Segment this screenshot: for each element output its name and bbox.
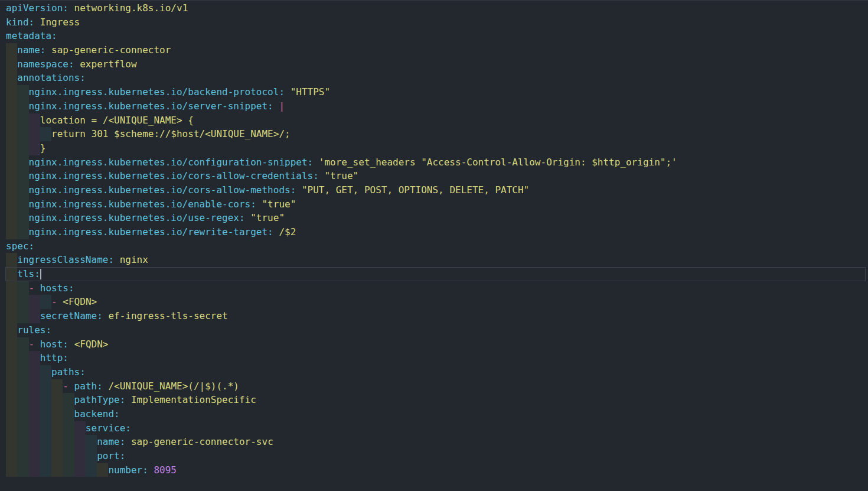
indent-guide — [6, 351, 17, 365]
code-token: service: — [86, 422, 131, 434]
indent-guide — [17, 183, 28, 197]
indent-guide — [6, 141, 17, 155]
code-token: nginx.ingress.kubernetes.io/backend-prot… — [29, 86, 285, 97]
code-line-18[interactable]: ⌄spec: — [0, 239, 868, 253]
code-line-3[interactable]: ⌄metadata: — [0, 29, 868, 43]
code-line-34[interactable]: number: 8095 — [0, 463, 868, 477]
code-token — [68, 339, 74, 350]
fold-chevron-icon[interactable]: ⌄ — [0, 267, 4, 281]
code-line-6[interactable]: ⌄ annotations: — [0, 71, 868, 85]
fold-chevron-icon[interactable]: ⌄ — [0, 99, 4, 113]
code-line-17[interactable]: nginx.ingress.kubernetes.io/rewrite-targ… — [0, 225, 868, 239]
code-token: | — [279, 100, 285, 112]
fold-chevron-icon[interactable]: ⌄ — [0, 365, 4, 379]
code-token — [285, 86, 291, 97]
code-line-25[interactable]: ⌄ - host: <FQDN> — [0, 337, 868, 352]
fold-chevron-icon[interactable]: ⌄ — [0, 337, 4, 352]
fold-chevron-icon[interactable]: ⌄ — [0, 323, 4, 337]
code-line-4[interactable]: name: sap-generic-connector — [0, 43, 868, 57]
code-line-7[interactable]: nginx.ingress.kubernetes.io/backend-prot… — [0, 85, 868, 99]
code-token: "true" — [262, 199, 296, 210]
indent-guide — [51, 421, 63, 435]
code-token — [103, 381, 109, 392]
code-token: ImplementationSpecific — [131, 394, 256, 405]
indent-guide — [17, 309, 28, 323]
code-line-9[interactable]: ⌄ location = /<UNIQUE_NAME> { — [0, 113, 868, 128]
code-line-22[interactable]: - <FQDN> — [0, 295, 868, 309]
indent-guide — [17, 225, 28, 239]
code-token — [313, 157, 319, 168]
code-line-8[interactable]: ⌄ nginx.ingress.kubernetes.io/server-sni… — [0, 99, 868, 113]
code-line-27[interactable]: ⌄ paths: — [0, 365, 868, 379]
indent-guide — [17, 435, 28, 449]
code-line-29[interactable]: pathType: ImplementationSpecific — [0, 393, 868, 407]
code-token: paths: — [51, 366, 86, 378]
fold-chevron-icon[interactable]: ⌄ — [0, 239, 4, 253]
fold-chevron-icon[interactable]: ⌄ — [0, 407, 4, 421]
code-token — [125, 436, 131, 447]
indent-guides — [6, 225, 29, 239]
indent-guide — [6, 309, 17, 323]
code-line-19[interactable]: ingressClassName: nginx — [0, 253, 868, 267]
code-token: sap-generic-connector — [51, 44, 171, 56]
code-line-26[interactable]: ⌄ http: — [0, 351, 868, 365]
code-line-32[interactable]: name: sap-generic-connector-svc — [0, 435, 868, 449]
fold-chevron-icon[interactable]: ⌄ — [0, 113, 4, 128]
fold-chevron-icon[interactable]: ⌄ — [0, 351, 4, 365]
fold-chevron-icon[interactable]: ⌄ — [0, 71, 4, 85]
indent-guide — [17, 281, 28, 295]
fold-chevron-icon[interactable]: ⌄ — [0, 421, 4, 435]
code-line-33[interactable]: ⌄ port: — [0, 449, 868, 463]
indent-guides — [6, 85, 29, 99]
code-line-21[interactable]: ⌄ - hosts: — [0, 281, 868, 295]
indent-guides — [6, 211, 29, 225]
code-token: hosts: — [40, 282, 74, 294]
code-line-23[interactable]: secretName: ef-ingress-tls-secret — [0, 309, 868, 323]
indent-guides — [6, 253, 17, 267]
code-line-15[interactable]: nginx.ingress.kubernetes.io/enable-cors:… — [0, 197, 868, 212]
fold-chevron-icon[interactable]: ⌄ — [0, 29, 4, 43]
code-token: <FQDN> — [63, 296, 97, 307]
code-token: - — [63, 381, 68, 392]
code-token — [34, 282, 40, 294]
indent-guide — [40, 407, 51, 421]
code-token: annotations: — [17, 72, 86, 83]
indent-guide — [6, 407, 17, 421]
code-token — [296, 184, 302, 196]
yaml-code-editor[interactable]: apiVersion: networking.k8s.io/v1kind: In… — [0, 1, 868, 491]
code-line-2[interactable]: kind: Ingress — [0, 15, 868, 30]
code-line-13[interactable]: nginx.ingress.kubernetes.io/cors-allow-c… — [0, 169, 868, 183]
code-line-31[interactable]: ⌄ service: — [0, 421, 868, 435]
code-token: nginx.ingress.kubernetes.io/rewrite-targ… — [29, 226, 273, 238]
indent-guide — [40, 127, 51, 141]
code-token: nginx.ingress.kubernetes.io/use-regex: — [29, 212, 245, 223]
code-line-12[interactable]: nginx.ingress.kubernetes.io/configuratio… — [0, 155, 868, 170]
code-line-20[interactable]: ⌄ tls: — [0, 267, 868, 281]
code-line-10[interactable]: return 301 $scheme://$host/<UNIQUE_NAME>… — [0, 127, 868, 141]
code-token: - — [29, 282, 35, 294]
indent-guide — [6, 169, 17, 183]
code-line-11[interactable]: } — [0, 141, 868, 155]
indent-guide — [29, 351, 40, 365]
indent-guide — [6, 99, 17, 113]
fold-chevron-icon[interactable]: ⌄ — [0, 281, 4, 295]
fold-chevron-icon[interactable]: ⌄ — [0, 449, 4, 463]
indent-guide — [6, 267, 17, 281]
indent-guide — [6, 155, 17, 170]
indent-guide — [6, 225, 17, 239]
indent-guides — [6, 267, 17, 281]
indent-guide — [40, 379, 51, 394]
code-line-5[interactable]: namespace: expertflow — [0, 57, 868, 71]
code-line-16[interactable]: nginx.ingress.kubernetes.io/use-regex: "… — [0, 211, 868, 225]
indent-guide — [29, 463, 40, 477]
fold-chevron-icon[interactable]: ⌄ — [0, 379, 4, 394]
code-line-24[interactable]: ⌄ rules: — [0, 323, 868, 337]
code-line-28[interactable]: ⌄ - path: /<UNIQUE_NAME>(/|$)(.*) — [0, 379, 868, 394]
indent-guide — [29, 295, 40, 309]
code-line-30[interactable]: ⌄ backend: — [0, 407, 868, 421]
code-line-14[interactable]: nginx.ingress.kubernetes.io/cors-allow-m… — [0, 183, 868, 197]
code-line-1[interactable]: apiVersion: networking.k8s.io/v1 — [0, 1, 868, 15]
indent-guide — [6, 211, 17, 225]
indent-guide — [63, 463, 74, 477]
code-token: spec: — [6, 240, 34, 252]
